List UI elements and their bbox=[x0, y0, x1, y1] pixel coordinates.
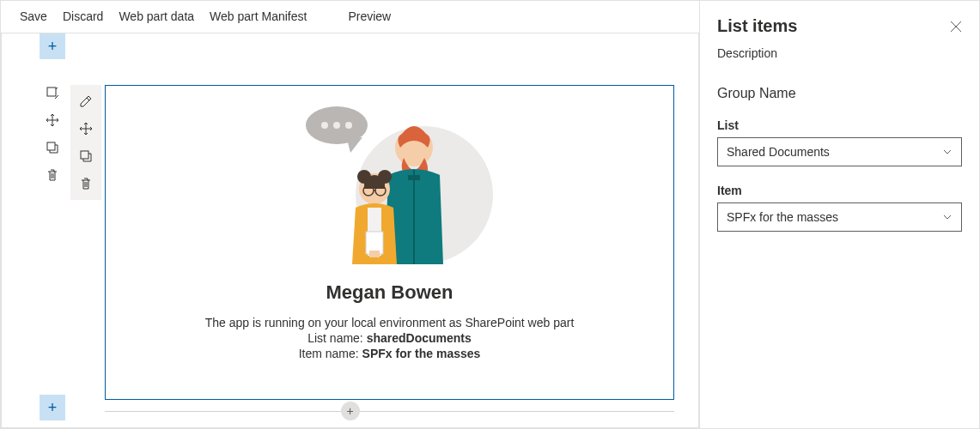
group-name-heading: Group Name bbox=[717, 86, 962, 101]
section-rail bbox=[40, 85, 65, 183]
panel-title: List items bbox=[717, 16, 797, 36]
svg-rect-0 bbox=[47, 88, 56, 96]
webpart-data-button[interactable]: Web part data bbox=[119, 9, 194, 23]
move-webpart-icon[interactable] bbox=[78, 121, 94, 136]
plus-icon: + bbox=[346, 404, 353, 418]
list-dropdown[interactable]: Shared Documents bbox=[717, 137, 962, 166]
webpart-rail bbox=[70, 85, 101, 200]
add-section-top-button[interactable]: + bbox=[40, 33, 65, 59]
close-icon[interactable] bbox=[950, 21, 962, 33]
plus-icon: + bbox=[48, 38, 58, 56]
list-label: List bbox=[717, 118, 962, 132]
svg-point-7 bbox=[345, 122, 352, 129]
property-panel: List items Description Group Name List S… bbox=[699, 1, 979, 428]
item-label: Item bbox=[717, 184, 962, 197]
webpart-preview-card: Megan Bowen The app is running on your l… bbox=[105, 85, 674, 400]
chevron-down-icon bbox=[942, 147, 953, 157]
panel-description: Description bbox=[717, 46, 962, 60]
edit-section-icon[interactable] bbox=[45, 85, 60, 100]
welcome-illustration bbox=[287, 96, 493, 276]
svg-rect-2 bbox=[81, 151, 88, 159]
duplicate-webpart-icon[interactable] bbox=[78, 148, 94, 164]
add-webpart-button[interactable]: + bbox=[341, 402, 360, 420]
svg-point-5 bbox=[321, 122, 328, 129]
user-name: Megan Bowen bbox=[326, 281, 453, 304]
list-name-row: List name: sharedDocuments bbox=[307, 331, 472, 345]
move-section-icon[interactable] bbox=[45, 112, 60, 128]
canvas: + bbox=[1, 33, 699, 428]
webpart-manifest-button[interactable]: Web part Manifest bbox=[210, 9, 307, 23]
divider bbox=[105, 411, 674, 412]
item-dropdown-value: SPFx for the masses bbox=[727, 210, 838, 224]
svg-rect-9 bbox=[408, 175, 420, 180]
environment-text: The app is running on your local environ… bbox=[205, 316, 575, 329]
toolbar: Save Discard Web part data Web part Mani… bbox=[1, 1, 699, 33]
delete-section-icon[interactable] bbox=[45, 167, 60, 183]
add-section-bottom-button[interactable]: + bbox=[40, 395, 65, 420]
plus-icon: + bbox=[48, 399, 58, 417]
save-button[interactable]: Save bbox=[20, 9, 47, 23]
chevron-down-icon bbox=[942, 212, 953, 222]
list-dropdown-value: Shared Documents bbox=[727, 145, 830, 159]
edit-webpart-icon[interactable] bbox=[78, 94, 94, 109]
duplicate-section-icon[interactable] bbox=[45, 140, 60, 155]
svg-rect-1 bbox=[47, 142, 55, 150]
delete-webpart-icon[interactable] bbox=[78, 176, 94, 191]
preview-button[interactable]: Preview bbox=[348, 9, 391, 23]
svg-point-6 bbox=[333, 122, 340, 129]
svg-rect-18 bbox=[369, 251, 380, 257]
item-name-row: Item name: SPFx for the masses bbox=[299, 347, 481, 360]
item-dropdown[interactable]: SPFx for the masses bbox=[717, 202, 962, 232]
discard-button[interactable]: Discard bbox=[63, 9, 103, 23]
